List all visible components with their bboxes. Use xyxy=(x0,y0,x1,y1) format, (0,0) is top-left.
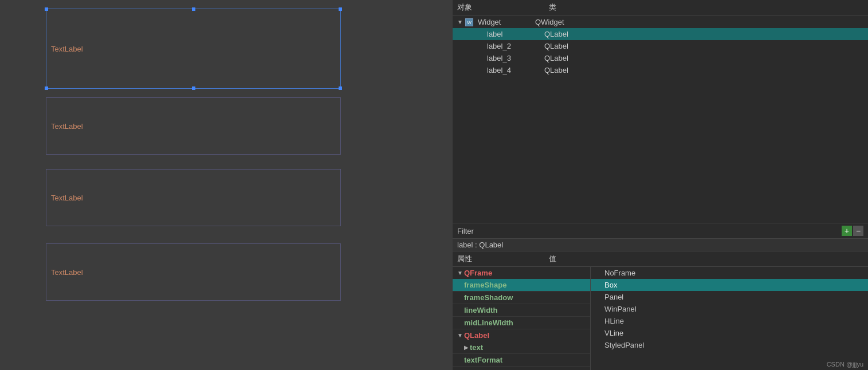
props-row-frameShadow[interactable]: frameShadow xyxy=(453,292,590,304)
handle-tc[interactable] xyxy=(192,7,195,11)
dropdown-vline[interactable]: VLine xyxy=(591,327,868,339)
dropdown-box[interactable]: Box xyxy=(591,279,868,291)
tree-row-label3[interactable]: label_3 QLabel xyxy=(453,52,868,64)
prop-name-text: text xyxy=(470,343,549,352)
props-row-midLineWidth[interactable]: midLineWidth xyxy=(453,317,590,329)
props-col-value: 值 xyxy=(549,254,556,264)
filter-label: Filter xyxy=(457,227,842,235)
dropdown-list-container: NoFrame Box Panel WinPanel HLine VLine S… xyxy=(590,267,868,370)
props-row-text[interactable]: ▶ text xyxy=(453,341,590,354)
handle-bl[interactable] xyxy=(45,86,48,90)
label-widget-2[interactable]: TextLabel xyxy=(46,97,341,155)
props-col-property: 属性 xyxy=(457,254,549,264)
props-row-textFormat[interactable]: textFormat xyxy=(453,354,590,367)
tree-item-class-label: QLabel xyxy=(544,30,568,38)
label-widget-3[interactable]: TextLabel xyxy=(46,169,341,226)
tree-item-class-label3: QLabel xyxy=(544,54,568,62)
tree-row-label[interactable]: label QLabel xyxy=(453,28,868,40)
prop-name-lineWidth: lineWidth xyxy=(464,306,549,314)
dropdown-styledpanel[interactable]: StyledPanel xyxy=(591,339,868,351)
context-label: label : QLabel xyxy=(453,239,868,251)
handle-tr[interactable] xyxy=(339,7,342,11)
props-group-qlabel[interactable]: ▼ QLabel xyxy=(453,329,590,341)
props-row-lineWidth[interactable]: lineWidth xyxy=(453,304,590,317)
handle-br[interactable] xyxy=(339,86,342,90)
right-panel: 对象 类 ▼ W Widget QWidget label QLabel xyxy=(453,0,868,370)
widget-icon: W xyxy=(465,17,476,26)
tree-item-class-widget: QWidget xyxy=(535,18,564,26)
props-rows-left: ▼ QFrame frameShape frameShadow lineWidt… xyxy=(453,267,590,370)
prop-name-textFormat: textFormat xyxy=(464,356,549,364)
prop-name-midLineWidth: midLineWidth xyxy=(464,318,549,327)
qlabel-group-name: QLabel xyxy=(464,331,489,340)
tree-row-widget[interactable]: ▼ W Widget QWidget xyxy=(453,15,868,28)
tree-col-class: 类 xyxy=(549,2,556,13)
tree-item-name-label2: label_2 xyxy=(487,42,544,50)
prop-name-frameShape: frameShape xyxy=(464,281,549,289)
dropdown-noframe[interactable]: NoFrame xyxy=(591,267,868,279)
label-widget-1[interactable]: TextLabel xyxy=(46,9,341,89)
text-expand-icon: ▶ xyxy=(464,344,470,351)
qframe-expand-icon: ▼ xyxy=(457,270,464,276)
dropdown-panel[interactable]: Panel xyxy=(591,291,868,303)
label1-text: TextLabel xyxy=(51,45,83,53)
tree-header: 对象 类 xyxy=(453,0,868,15)
qlabel-expand-icon: ▼ xyxy=(457,332,464,338)
tree-item-name-widget: Widget xyxy=(478,18,535,26)
qframe-group-name: QFrame xyxy=(464,269,492,277)
tree-item-name-label: label xyxy=(487,30,544,38)
tree-item-name-label4: label_4 xyxy=(487,66,544,74)
properties-panel: Filter + − label : QLabel 属性 值 ▼ QFrame … xyxy=(453,223,868,370)
tree-row-label2[interactable]: label_2 QLabel xyxy=(453,40,868,52)
filter-bar: Filter + − xyxy=(453,223,868,239)
props-row-frameShape[interactable]: frameShape xyxy=(453,279,590,292)
tree-col-object: 对象 xyxy=(457,2,549,13)
filter-add-button[interactable]: + xyxy=(842,226,852,236)
filter-remove-button[interactable]: − xyxy=(853,226,863,236)
label3-text: TextLabel xyxy=(51,194,83,202)
object-tree-panel: 对象 类 ▼ W Widget QWidget label QLabel xyxy=(453,0,868,223)
label2-text: TextLabel xyxy=(51,122,83,131)
tree-item-class-label4: QLabel xyxy=(544,66,568,74)
watermark-text: CSDN @jjjyu xyxy=(827,361,863,368)
props-body-container: ▼ QFrame frameShape frameShadow lineWidt… xyxy=(453,267,868,370)
tree-item-name-label3: label_3 xyxy=(487,54,544,62)
props-header: 属性 值 xyxy=(453,251,868,267)
label-widget-4[interactable]: TextLabel xyxy=(46,243,341,301)
handle-tl[interactable] xyxy=(45,7,48,11)
expand-icon-widget: ▼ xyxy=(457,19,465,25)
dropdown-hline[interactable]: HLine xyxy=(591,315,868,327)
tree-row-label4[interactable]: label_4 QLabel xyxy=(453,64,868,76)
dropdown-winpanel[interactable]: WinPanel xyxy=(591,303,868,315)
tree-item-class-label2: QLabel xyxy=(544,42,568,50)
prop-name-frameShadow: frameShadow xyxy=(464,293,549,302)
props-group-qframe[interactable]: ▼ QFrame xyxy=(453,267,590,279)
tree-body: ▼ W Widget QWidget label QLabel la xyxy=(453,15,868,223)
canvas-area[interactable]: TextLabel TextLabel TextLabel TextLabel xyxy=(0,0,453,370)
label4-text: TextLabel xyxy=(51,268,83,277)
handle-bc[interactable] xyxy=(192,86,195,90)
